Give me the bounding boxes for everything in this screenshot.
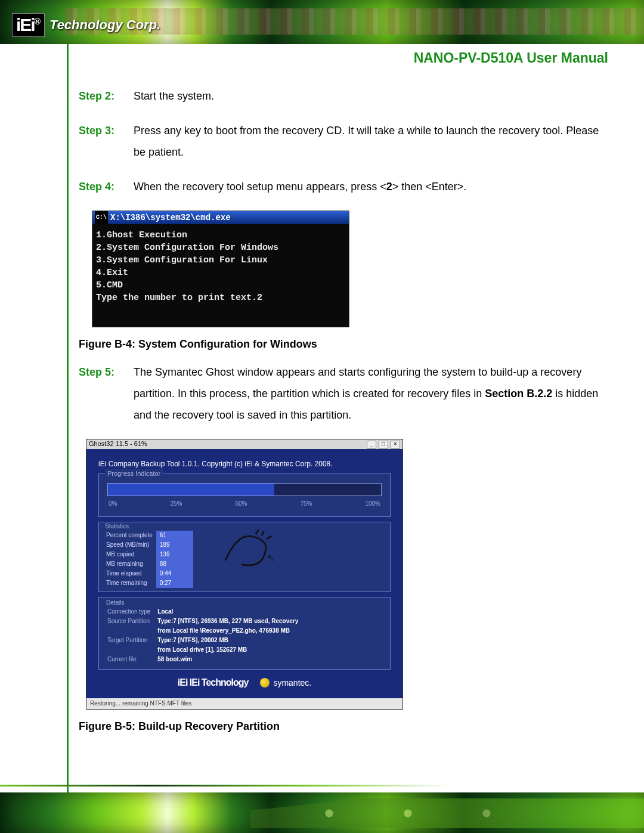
progress-fill [108, 484, 274, 496]
ghost-body: iEi Company Backup Tool 1.0.1. Copyright… [86, 449, 402, 698]
details-row: from Local drive [1], 152627 MB [104, 645, 302, 655]
figure-caption: Figure B-4: System Configuration for Win… [79, 338, 608, 351]
step-text: Start the system. [134, 85, 214, 107]
minimize-icon: _ [367, 441, 376, 449]
document-title: NANO-PV-D510A User Manual [79, 50, 608, 66]
details-row: Source PartitionType:7 [NTFS], 26936 MB,… [104, 617, 302, 626]
cmd-window-screenshot: C:\ X:\I386\system32\cmd.exe 1.Ghost Exe… [92, 210, 349, 327]
stats-panel: Statistics Percent complete61Speed (MB/m… [99, 522, 197, 592]
stats-row: MB remaining88 [103, 559, 193, 569]
ghost-window-screenshot: Ghost32 11.5 - 61% _ □ × iEi Company Bac… [86, 439, 403, 710]
stats-row: Speed (MB/min)189 [103, 540, 193, 550]
step-5: Step 5: The Symantec Ghost window appear… [79, 361, 608, 426]
progress-ticks: 0% 25% 50% 75% 100% [107, 500, 382, 508]
step-label: Step 4: [79, 176, 126, 197]
company-logo: iEi® Technology Corp. [12, 13, 160, 37]
ghost-graphic-area: ↖ [197, 522, 390, 592]
stats-table: Percent complete61Speed (MB/min)189MB co… [103, 531, 193, 588]
cmd-titlebar: C:\ X:\I386\system32\cmd.exe [92, 211, 349, 224]
details-row: from Local file \Recovery_PE2.gho, 47693… [104, 626, 302, 636]
ghost-panels: Statistics Percent complete61Speed (MB/m… [98, 522, 391, 592]
step-2: Step 2: Start the system. [79, 85, 608, 107]
step-3: Step 3: Press any key to boot from the r… [79, 120, 608, 163]
ghost-statusbar: Restoring... remaining NTFS MFT files [86, 698, 402, 709]
ghost-titlebar: Ghost32 11.5 - 61% _ □ × [86, 439, 402, 449]
ghost-squiggle-icon [202, 525, 297, 572]
figure-caption: Figure B-5: Build-up Recovery Partition [79, 720, 608, 733]
manual-page: iEi® Technology Corp. NANO-PV-D510A User… [0, 0, 644, 833]
bottom-decorative-banner [0, 792, 644, 833]
stats-row: Time elapsed0:44 [103, 569, 193, 578]
details-panel: Details Connection typeLocalSource Parti… [98, 597, 391, 670]
cmd-icon: C:\ [95, 211, 108, 224]
stats-row: MB copied139 [103, 550, 193, 559]
step-label: Step 5: [79, 361, 126, 426]
stats-row: Time remaining0:27 [103, 578, 193, 588]
ghost-copyright: iEi Company Backup Tool 1.0.1. Copyright… [98, 460, 391, 468]
step-text: The Symantec Ghost window appears and st… [134, 361, 608, 426]
details-row: Current file58 boot.wim [104, 655, 302, 664]
page-content: NANO-PV-D510A User Manual Step 2: Start … [79, 44, 608, 744]
step-label: Step 3: [79, 120, 126, 163]
pcb-footer-art [250, 798, 644, 828]
logo-text: Technology Corp. [49, 17, 160, 33]
details-row: Target PartitionType:7 [NTFS], 20002 MB [104, 636, 302, 645]
details-table: Connection typeLocalSource PartitionType… [104, 607, 302, 664]
details-row: Connection typeLocal [104, 607, 302, 617]
step-text: When the recovery tool setup menu appear… [134, 176, 466, 197]
figure-b5: Ghost32 11.5 - 61% _ □ × iEi Company Bac… [79, 439, 608, 733]
figure-b4: C:\ X:\I386\system32\cmd.exe 1.Ghost Exe… [79, 210, 608, 351]
step-4: Step 4: When the recovery tool setup men… [79, 176, 608, 197]
footer-rule [0, 785, 644, 786]
stats-row: Percent complete61 [103, 531, 193, 540]
close-icon: × [391, 441, 400, 449]
symantec-icon [260, 678, 270, 688]
details-title: Details [106, 599, 385, 607]
step-label: Step 2: [79, 85, 126, 107]
progress-bar [107, 483, 382, 496]
ghost-footer-logos: iEi IEi Technology symantec. [98, 670, 391, 693]
progress-box-title: Progress Indicator [105, 469, 163, 478]
progress-box: Progress Indicator 0% 25% 50% 75% 100% [98, 473, 391, 517]
logo-mark: iEi® [12, 13, 45, 37]
ghost-title: Ghost32 11.5 - 61% [89, 439, 147, 449]
maximize-icon: □ [379, 441, 388, 449]
vertical-accent-line [67, 44, 69, 792]
cmd-title: X:\I386\system32\cmd.exe [110, 211, 231, 224]
iei-logo: iEi IEi Technology [178, 679, 249, 687]
stats-title: Statistics [105, 522, 193, 531]
symantec-logo: symantec. [260, 678, 311, 688]
cmd-output: 1.Ghost Execution 2.System Configuration… [92, 224, 349, 327]
window-buttons: _ □ × [366, 439, 400, 449]
step-text: Press any key to boot from the recovery … [134, 120, 608, 163]
